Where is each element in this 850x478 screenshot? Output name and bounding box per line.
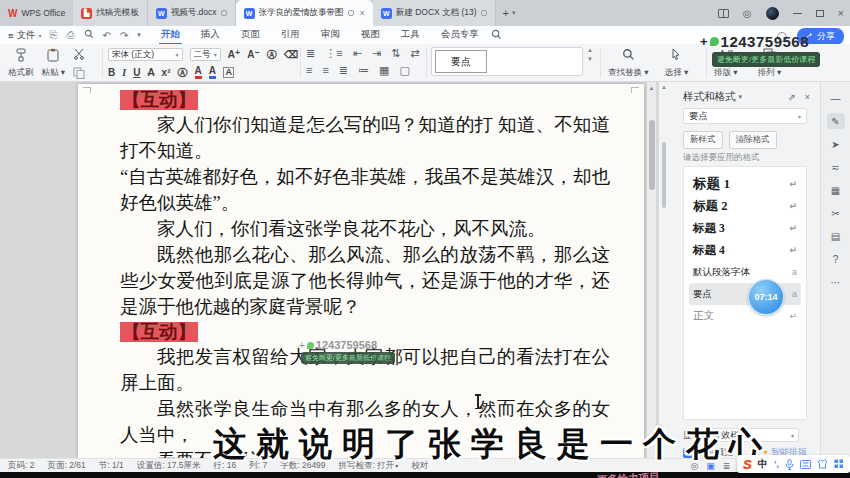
voice-input-icon[interactable] xyxy=(785,459,794,470)
document-content[interactable]: 【互动】 家人们你们知道是怎么写的吗？知道的打 知道、不知道打不知道。 “自古英… xyxy=(78,84,644,458)
tab-view[interactable]: 视图 xyxy=(359,26,382,45)
superscript-button[interactable]: x² xyxy=(162,68,171,78)
more-tools-icon[interactable]: ⋯ xyxy=(827,274,845,290)
document-page[interactable]: 【互动】 家人们你们知道是怎么写的吗？知道的打 知道、不知道打不知道。 “自古英… xyxy=(78,84,644,458)
numbered-list-icon[interactable]: ⋮≡ xyxy=(325,48,342,59)
read-mode-icon[interactable]: ▤ xyxy=(827,228,845,244)
paragraph-mark-icon[interactable]: ⇄ xyxy=(410,48,419,59)
strikethrough-button[interactable]: A xyxy=(147,68,154,78)
gallery-scroll-up-icon[interactable]: ▲ xyxy=(587,47,593,53)
collapse-rail-icon[interactable]: — xyxy=(827,90,845,106)
toolbox-grid-icon[interactable] xyxy=(834,459,844,469)
document-tab-active[interactable]: W 张学良的爱情故事带图 × xyxy=(236,0,373,26)
style-item-heading2[interactable]: 标题 2↵ xyxy=(689,195,801,217)
style-item-heading4[interactable]: 标题 4↵ xyxy=(689,239,801,261)
user-avatar[interactable] xyxy=(766,7,779,20)
cut-icon[interactable] xyxy=(73,48,85,60)
restore-button[interactable] xyxy=(816,10,824,17)
recording-timer-bubble[interactable]: 07:14 xyxy=(748,279,784,315)
char-border-button[interactable]: A xyxy=(223,67,235,78)
font-color-button[interactable]: A xyxy=(195,66,202,79)
bullet-list-icon[interactable]: ≣ xyxy=(306,48,315,59)
sogou-logo-icon[interactable]: S xyxy=(743,457,752,472)
chevron-down-icon[interactable]: ▾ xyxy=(739,93,743,101)
app-menu-tab[interactable]: W WPS Office xyxy=(0,0,73,26)
current-style-dropdown[interactable]: 要点 ▾ xyxy=(683,108,807,124)
quickbar-chevron-icon[interactable]: ▾ xyxy=(137,31,141,39)
shrink-font-icon[interactable]: A⁻ xyxy=(247,50,260,60)
input-mode-chinese[interactable]: 中 xyxy=(758,457,768,471)
document-area[interactable]: 【互动】 家人们你们知道是怎么写的吗？知道的打 知道、不知道打不知道。 “自古英… xyxy=(0,82,658,458)
document-tab-3[interactable]: W 新建 DOCX 文档 (13) xyxy=(373,0,496,26)
tab-tools[interactable]: 工具 xyxy=(399,26,422,45)
tab-review[interactable]: 审阅 xyxy=(319,26,342,45)
scrollbar-thumb[interactable] xyxy=(662,142,666,208)
tab-list-chevron-icon[interactable]: ▾ xyxy=(512,9,516,17)
style-item-heading1[interactable]: 标题 1↵ xyxy=(689,173,801,195)
document-scrollbar[interactable]: ▲ xyxy=(647,82,656,458)
minimize-button[interactable] xyxy=(793,13,802,14)
scrollbar-thumb[interactable] xyxy=(649,120,655,190)
font-name-select[interactable]: 宋体 (正文) ▾ xyxy=(108,48,183,61)
image-tool-icon[interactable]: ▦ xyxy=(827,182,845,198)
style-item-heading3[interactable]: 标题 3↵ xyxy=(689,217,801,239)
gallery-scroll-down-icon[interactable]: ▼ xyxy=(587,56,593,62)
edit-pencil-icon[interactable]: ✎ xyxy=(827,113,845,129)
sidebar-scrollbar[interactable]: ▲ xyxy=(661,84,667,454)
tab-pin-icon[interactable] xyxy=(348,10,354,16)
find-replace-button[interactable]: 查找替换 ▾ xyxy=(608,44,649,82)
line-spacing-icon[interactable]: ≔ xyxy=(358,65,369,76)
tab-insert[interactable]: 插入 xyxy=(199,26,222,45)
paste-button[interactable]: 粘贴 ▾ xyxy=(42,44,66,82)
document-tab-1[interactable]: ▙ 找稿壳模板 xyxy=(73,0,148,26)
align-left-icon[interactable]: ≡ xyxy=(306,65,312,76)
clear-format-button[interactable]: 清除格式 xyxy=(729,131,777,149)
style-item-keypoint[interactable]: 要点a xyxy=(689,283,801,305)
tab-home[interactable]: 开始 xyxy=(159,26,182,45)
tab-close-icon[interactable]: × xyxy=(360,8,365,18)
scroll-up-icon[interactable]: ▲ xyxy=(647,82,656,91)
tab-reference[interactable]: 引用 xyxy=(279,26,302,45)
redo-icon[interactable]: ↷ xyxy=(120,30,128,41)
clear-format-icon[interactable]: ⌫ xyxy=(284,50,298,60)
print-preview-icon[interactable] xyxy=(84,29,94,41)
file-menu[interactable]: ≡ 文件 ▾ xyxy=(0,29,50,42)
skin-wardrobe-icon[interactable] xyxy=(817,459,828,469)
bold-button[interactable]: B xyxy=(108,68,115,78)
select-cursor-icon[interactable]: ➤ xyxy=(827,136,845,152)
print-icon[interactable]: ⎙ xyxy=(67,29,75,41)
tab-member[interactable]: 会员专享 xyxy=(439,26,481,45)
pin-icon[interactable]: ⇗ xyxy=(788,92,796,102)
scroll-up-icon[interactable]: ▲ xyxy=(661,84,667,90)
cut-tool-icon[interactable]: ✂ xyxy=(827,205,845,221)
stable-mode-icon[interactable]: ◎ xyxy=(743,8,752,19)
settings-sliders-icon[interactable]: ≂ xyxy=(827,159,845,175)
new-style-button[interactable]: 新样式 xyxy=(683,131,723,149)
indent-increase-icon[interactable]: ⇥ xyxy=(372,48,381,59)
justify-icon[interactable]: ≣ xyxy=(339,65,348,76)
border-icon[interactable]: ▢ xyxy=(399,65,409,76)
format-painter-button[interactable]: 格式刷 xyxy=(8,44,34,82)
document-tab-2[interactable]: W 视频号.docx xyxy=(148,0,236,26)
undo-icon[interactable]: ↶ xyxy=(103,30,111,41)
underline-button[interactable]: U xyxy=(133,68,140,78)
help-icon[interactable]: ? xyxy=(827,251,845,267)
split-screen-icon[interactable] xyxy=(718,9,729,18)
shading-icon[interactable]: ▦ xyxy=(379,65,389,76)
search-command-icon[interactable] xyxy=(491,29,502,42)
tab-pin-icon[interactable] xyxy=(481,10,487,16)
style-item-default-font[interactable]: 默认段落字体a xyxy=(689,261,801,283)
close-button[interactable]: × xyxy=(838,7,844,19)
tab-page[interactable]: 页面 xyxy=(239,26,262,45)
text-effects-icon[interactable]: Ⓐ xyxy=(267,50,277,60)
highlight-button[interactable]: Ⓐ xyxy=(178,68,188,78)
align-center-icon[interactable]: ≡ xyxy=(322,65,328,76)
close-sidebar-icon[interactable]: × xyxy=(805,92,810,102)
style-gallery-item-selected[interactable]: 要点 xyxy=(435,50,487,73)
sort-icon[interactable]: ⇅ xyxy=(391,48,400,59)
tab-pin-icon[interactable] xyxy=(221,10,227,16)
select-button[interactable]: 选择 ▾ xyxy=(665,44,689,82)
new-tab-button[interactable]: + xyxy=(503,7,509,19)
keyboard-icon[interactable] xyxy=(800,460,811,469)
char-shading-button[interactable]: A xyxy=(209,66,216,79)
